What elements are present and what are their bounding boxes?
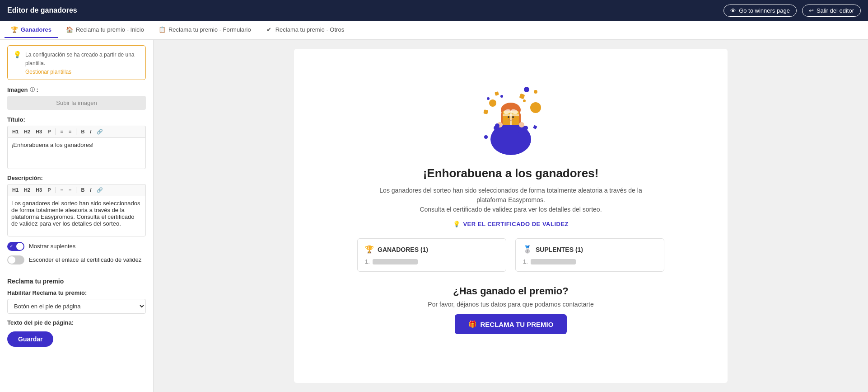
alert-content: La configuración se ha creado a partir d… bbox=[25, 50, 140, 75]
tab-inicio[interactable]: 🏠 Reclama tu premio - Inicio bbox=[60, 23, 150, 38]
tab-ganadores[interactable]: 🏆 Ganadores bbox=[5, 23, 58, 38]
preview-main-title: ¡Enhorabuena a los ganadores! bbox=[423, 166, 599, 180]
divider-4 bbox=[76, 187, 76, 193]
top-header: Editor de ganadores 👁 Go to winners page… bbox=[0, 0, 868, 21]
svg-rect-25 bbox=[533, 125, 537, 130]
nav-tabs: 🏆 Ganadores 🏠 Reclama tu premio - Inicio… bbox=[0, 21, 868, 40]
left-panel: 💡 La configuración se ha creado a partir… bbox=[0, 40, 154, 392]
svg-rect-23 bbox=[519, 94, 525, 99]
claim-title: ¿Has ganado el premio? bbox=[453, 285, 569, 297]
toggle-suplentes-row: ✓ Mostrar suplentes bbox=[7, 242, 146, 251]
divider-2 bbox=[76, 128, 76, 135]
ganadores-box: 🏆 GANADORES (1) 1. bbox=[357, 238, 506, 272]
texto-pie-label: Texto del pie de página: bbox=[7, 319, 146, 326]
svg-point-28 bbox=[500, 95, 503, 98]
toggle-certificado-label: Esconder el enlace al certificado de val… bbox=[29, 256, 141, 263]
desc-list-btn[interactable]: ≡ bbox=[59, 186, 65, 194]
svg-point-19 bbox=[530, 102, 541, 113]
svg-point-20 bbox=[524, 87, 529, 92]
tab-otros[interactable]: ✔ Reclama tu premio - Otros bbox=[259, 23, 350, 38]
gift-icon: 🎁 bbox=[468, 320, 477, 328]
form-icon: 📋 bbox=[159, 26, 166, 33]
svg-point-22 bbox=[484, 135, 488, 139]
svg-point-29 bbox=[534, 90, 537, 94]
svg-rect-24 bbox=[495, 91, 499, 96]
list2-btn[interactable]: ≡ bbox=[67, 128, 73, 135]
svg-point-17 bbox=[512, 116, 514, 118]
claim-desc: Por favor, déjanos tus datos para que po… bbox=[428, 301, 593, 308]
desc-p-btn[interactable]: P bbox=[46, 186, 52, 194]
habilitar-select[interactable]: Botón en el pie de página Desactivado Ot… bbox=[7, 299, 146, 314]
upload-image-button[interactable]: Subir la imagen bbox=[7, 96, 146, 110]
habilitar-label: Habilitar Reclama tu premio: bbox=[7, 289, 146, 296]
toggle-knob-2 bbox=[8, 256, 15, 264]
exit-icon: ↩ bbox=[809, 7, 814, 14]
svg-point-9 bbox=[519, 122, 524, 128]
certificate-link[interactable]: 💡 VER EL CERTIFICADO DE VALIDEZ bbox=[453, 221, 569, 227]
main-layout: 💡 La configuración se ha creado a partir… bbox=[0, 40, 868, 392]
h2-btn[interactable]: H2 bbox=[22, 128, 32, 135]
list-btn[interactable]: ≡ bbox=[59, 128, 65, 135]
eye-icon: 👁 bbox=[730, 7, 736, 14]
exit-editor-button[interactable]: ↩ Salir del editor bbox=[802, 5, 861, 17]
italic-btn[interactable]: I bbox=[88, 128, 93, 135]
cert-icon: 💡 bbox=[453, 221, 461, 227]
reclama-section-title: Reclama tu premio bbox=[7, 278, 146, 285]
desc-h2-btn[interactable]: H2 bbox=[22, 186, 32, 194]
tab-formulario[interactable]: 📋 Reclama tu premio - Formulario bbox=[152, 23, 257, 38]
desc-h3-btn[interactable]: H3 bbox=[34, 186, 44, 194]
preview-card: ¡Enhorabuena a los ganadores! Los ganado… bbox=[294, 49, 728, 383]
desc-italic-btn[interactable]: I bbox=[88, 186, 93, 194]
svg-point-27 bbox=[523, 99, 526, 102]
suplente-blur-1 bbox=[531, 259, 576, 264]
titulo-toolbar: H1 H2 H3 P ≡ ≡ B I 🔗 bbox=[7, 126, 146, 137]
p-btn[interactable]: P bbox=[46, 128, 52, 135]
divider-1 bbox=[56, 128, 56, 135]
bold-btn[interactable]: B bbox=[79, 128, 86, 135]
trophy-filled-icon: 🏆 bbox=[365, 245, 374, 254]
h1-btn[interactable]: H1 bbox=[10, 128, 20, 135]
alert-icon: 💡 bbox=[13, 51, 22, 59]
ganadores-header: 🏆 GANADORES (1) bbox=[365, 245, 499, 254]
suplentes-header: 🥈 SUPLENTES (1) bbox=[523, 245, 657, 254]
toggle-knob bbox=[16, 243, 23, 250]
claim-button[interactable]: 🎁 RECLAMA TU PREMIO bbox=[455, 314, 567, 334]
svg-point-18 bbox=[489, 99, 496, 107]
h3-btn[interactable]: H3 bbox=[34, 128, 44, 135]
imagen-label: Imagen ⓘ : bbox=[7, 86, 146, 93]
svg-rect-26 bbox=[483, 109, 488, 114]
svg-point-21 bbox=[495, 123, 499, 128]
toggle-check-icon: ✓ bbox=[9, 244, 13, 249]
toggle-certificado[interactable] bbox=[7, 255, 24, 264]
desc-h1-btn[interactable]: H1 bbox=[10, 186, 20, 194]
info-icon: ⓘ bbox=[30, 86, 35, 93]
save-button[interactable]: Guardar bbox=[7, 331, 53, 347]
template-alert: 💡 La configuración se ha creado a partir… bbox=[7, 45, 146, 80]
desc-link-btn[interactable]: 🔗 bbox=[95, 186, 105, 194]
home-icon: 🏠 bbox=[66, 26, 73, 33]
toggle-suplentes-label: Mostrar suplentes bbox=[29, 243, 75, 250]
desc-list2-btn[interactable]: ≡ bbox=[67, 186, 73, 194]
trophy-outline-icon: 🥈 bbox=[523, 245, 532, 254]
svg-point-30 bbox=[487, 97, 490, 100]
manage-templates-link[interactable]: Gestionar plantillas bbox=[25, 69, 140, 75]
celebration-illustration bbox=[466, 67, 556, 157]
svg-rect-12 bbox=[510, 111, 512, 125]
svg-rect-13 bbox=[503, 114, 519, 116]
toggle-suplentes[interactable]: ✓ bbox=[7, 242, 24, 251]
desc-bold-btn[interactable]: B bbox=[79, 186, 86, 194]
claim-section: ¿Has ganado el premio? Por favor, déjano… bbox=[428, 285, 593, 334]
preview-description: Los ganadores del sorteo han sido selecc… bbox=[375, 186, 646, 214]
divider-3 bbox=[56, 187, 56, 193]
trophy-icon: 🏆 bbox=[11, 26, 18, 33]
descripcion-label: Descripción: bbox=[7, 175, 146, 181]
suplente-item-1: 1. bbox=[523, 258, 657, 265]
check-icon: ✔ bbox=[266, 26, 273, 33]
winners-page-button[interactable]: 👁 Go to winners page bbox=[723, 5, 797, 17]
titulo-editor[interactable]: ¡Enhorabuena a los ganadores! bbox=[7, 137, 146, 169]
link-btn[interactable]: 🔗 bbox=[95, 128, 105, 136]
descripcion-editor[interactable]: Los ganadores del sorteo han sido selecc… bbox=[7, 196, 146, 236]
winner-item-1: 1. bbox=[365, 258, 499, 265]
editor-title: Editor de ganadores bbox=[7, 6, 77, 14]
divider-main bbox=[7, 271, 146, 271]
